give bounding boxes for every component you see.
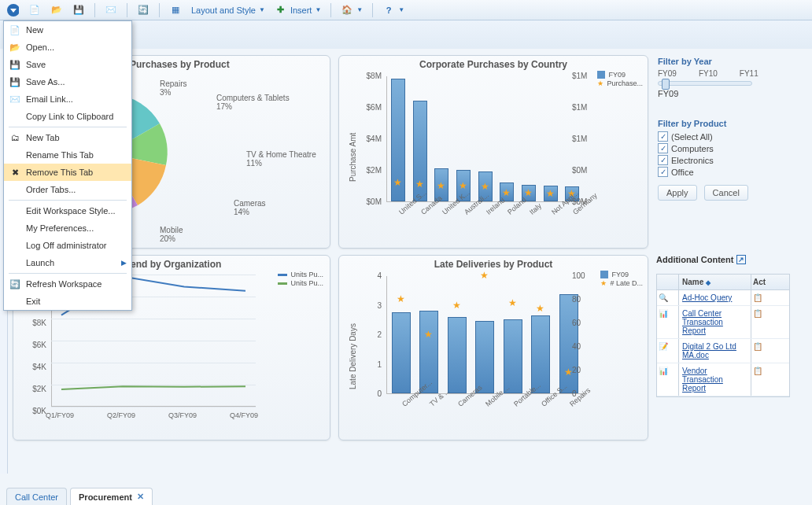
col-name-header[interactable]: Name xyxy=(682,278,703,286)
menu-item-new[interactable]: 📄New xyxy=(4,21,131,39)
checkbox-icon[interactable]: ✓ xyxy=(658,143,668,153)
content-link[interactable]: Ad-Hoc Query xyxy=(682,293,732,302)
y-axis-label: Purchase Amt xyxy=(349,133,357,182)
toolbar-separator xyxy=(330,3,331,17)
insert-dropdown[interactable]: ✚Insert ▼ xyxy=(271,2,324,18)
save-icon: 💾 xyxy=(72,4,85,17)
panel-late-deliveries: Late Deliveries by Product FY09 ★# Late … xyxy=(338,255,648,440)
x-category: Q3/FY09 xyxy=(168,411,197,419)
y2-tick: $1M xyxy=(572,72,594,80)
menu-item-my-preferences-[interactable]: My Preferences... xyxy=(4,219,131,237)
blank-icon xyxy=(9,222,21,234)
new-button[interactable]: 📄 xyxy=(25,2,44,18)
filter-option-label: Office xyxy=(671,168,694,177)
filter-option-office[interactable]: ✓Office xyxy=(658,167,790,177)
row-action-icon[interactable]: 📋 xyxy=(751,306,773,338)
y-tick: 3 xyxy=(358,301,382,310)
checkbox-icon[interactable]: ✓ xyxy=(658,155,668,165)
save-button[interactable]: 💾 xyxy=(69,2,88,18)
main-menu-button[interactable] xyxy=(3,2,22,18)
menu-item-refresh-workspace[interactable]: 🔄Refresh Workspace xyxy=(4,275,131,293)
row-type-icon: 📊 xyxy=(657,363,679,396)
legend-label: Purchase... xyxy=(607,79,643,87)
pie-label-repairs: Repairs3% xyxy=(160,79,186,97)
menu-item-launch[interactable]: Launch▶ xyxy=(4,254,131,271)
sort-icon[interactable]: ◆ xyxy=(706,279,710,286)
checkbox-icon[interactable]: ✓ xyxy=(658,131,668,142)
row-action-icon[interactable]: 📋 xyxy=(751,339,773,363)
row-type-icon: 📊 xyxy=(657,306,679,338)
tab-procurement[interactable]: Procurement✕ xyxy=(70,488,153,505)
menu-item-copy-link-to-clipboard[interactable]: Copy Link to Clipboard xyxy=(4,108,131,125)
menu-item-exit[interactable]: Exit xyxy=(4,293,131,310)
star-marker: ★ xyxy=(524,187,533,198)
menu-item-edit-workspace-style-[interactable]: Edit Workspace Style... xyxy=(4,202,131,219)
blank-icon xyxy=(9,295,21,308)
right-column: Filter by Year FY09 FY10 FY11 FY09 Filte… xyxy=(656,55,790,249)
menu-item-rename-this-tab[interactable]: Rename This Tab xyxy=(4,146,131,164)
row-action-icon[interactable]: 📋 xyxy=(751,290,773,305)
checkbox-icon[interactable]: ✓ xyxy=(658,167,668,177)
new-tab-icon: 🗂 xyxy=(9,131,21,144)
expand-icon[interactable]: ↗ xyxy=(736,255,746,264)
apply-button[interactable]: Apply xyxy=(658,185,697,201)
content-link[interactable]: Call Center Transaction Report xyxy=(682,309,723,335)
filter-option--select-all-[interactable]: ✓(Select All) xyxy=(658,131,790,142)
menu-item-new-tab[interactable]: 🗂New Tab xyxy=(4,129,131,146)
tab-call-center[interactable]: Call Center xyxy=(6,488,67,505)
additional-content-header: Additional Content ↗ xyxy=(656,255,790,264)
y-tick: $4K xyxy=(20,363,46,371)
toolbar-separator xyxy=(94,3,95,17)
filter-option-computers[interactable]: ✓Computers xyxy=(658,143,790,153)
plus-icon: ✚ xyxy=(275,4,287,17)
row-action-icon[interactable]: 📋 xyxy=(751,363,773,396)
menu-item-remove-this-tab[interactable]: ✖Remove This Tab xyxy=(4,164,131,181)
save-as-icon: 💾 xyxy=(9,76,21,88)
layout-table-button[interactable]: ▦ xyxy=(166,2,185,18)
open-button[interactable]: 📂 xyxy=(47,2,66,18)
close-icon[interactable]: ✕ xyxy=(137,492,144,502)
filter-option-electronics[interactable]: ✓Electronics xyxy=(658,155,790,165)
pie-label-computers: Computers & Tablets17% xyxy=(216,94,290,111)
blank-icon xyxy=(9,256,21,269)
menu-item-order-tabs-[interactable]: Order Tabs... xyxy=(4,181,131,198)
tab-label: Call Center xyxy=(15,492,58,502)
home-icon: 🏠 xyxy=(341,4,353,17)
y-tick: 2 xyxy=(358,330,382,339)
blank-icon xyxy=(9,149,21,161)
menu-item-label: Save As... xyxy=(26,77,65,87)
menu-item-save[interactable]: 💾Save xyxy=(4,56,131,73)
help-button[interactable]: ?▼ xyxy=(379,2,408,18)
menu-item-email-link-[interactable]: ✉️Email Link... xyxy=(4,90,131,108)
refresh-button[interactable]: 🔄 xyxy=(134,2,153,18)
menu-item-open-[interactable]: 📂Open... xyxy=(4,39,131,56)
layout-grid-icon: ▦ xyxy=(169,4,182,17)
remove-tab-icon: ✖ xyxy=(9,166,21,179)
menu-item-save-as-[interactable]: 💾Save As... xyxy=(4,73,131,90)
layout-style-dropdown[interactable]: Layout and Style ▼ xyxy=(188,4,268,17)
menu-item-label: Copy Link to Clipboard xyxy=(26,112,113,121)
additional-title: Additional Content xyxy=(656,255,733,264)
email-button[interactable]: ✉️ xyxy=(102,2,120,18)
content-link[interactable]: Digital 2 Go Ltd MA.doc xyxy=(682,342,736,359)
filter-product-title: Filter by Product xyxy=(658,119,790,128)
chevron-down-icon: ▼ xyxy=(259,6,265,13)
toolbar-separator xyxy=(127,3,127,17)
col-act-header[interactable]: Act xyxy=(751,275,773,289)
legend-swatch xyxy=(597,71,605,79)
y2-tick: $1M xyxy=(572,103,594,112)
blank-icon xyxy=(9,205,21,217)
cancel-button[interactable]: Cancel xyxy=(704,185,748,201)
content-link[interactable]: Vendor Transaction Report xyxy=(682,367,723,393)
y-tick: 1 xyxy=(358,360,382,369)
menu-item-label: Order Tabs... xyxy=(26,185,76,194)
star-marker: ★ xyxy=(546,188,555,199)
year-slider[interactable] xyxy=(658,81,752,86)
slider-thumb[interactable] xyxy=(662,79,670,90)
home-button[interactable]: 🏠▼ xyxy=(338,2,366,18)
legend-label: Units Pu... xyxy=(290,271,323,278)
layout-label: Layout and Style xyxy=(191,6,256,15)
menu-item-log-off-administrator[interactable]: Log Off administrator xyxy=(4,237,131,254)
star-marker: ★ xyxy=(393,177,402,188)
y2-tick: 40 xyxy=(572,342,594,351)
